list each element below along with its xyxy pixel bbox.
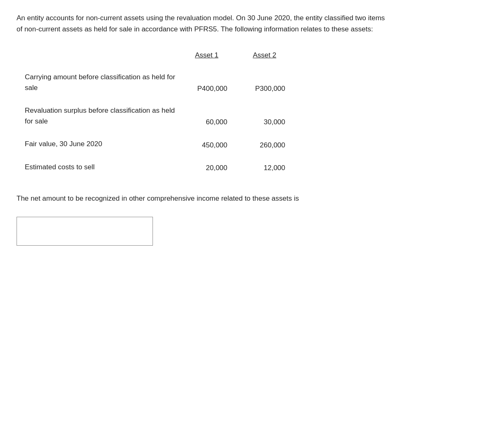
intro-paragraph: An entity accounts for non-current asset…: [17, 12, 389, 35]
table-row-revaluation-surplus: Revaluation surplus before classificatio…: [25, 105, 479, 126]
label-column-header: [25, 51, 178, 59]
carrying-amount-asset2: P300,000: [236, 85, 293, 93]
fair-value-asset1: 450,000: [178, 141, 236, 149]
table-row-carrying-amount: Carrying amount before classification as…: [25, 72, 479, 93]
table-row-fair-value: Fair value, 30 June 2020 450,000 260,000: [25, 139, 479, 149]
table-header-row: Asset 1 Asset 2: [25, 51, 479, 59]
data-table: Asset 1 Asset 2 Carrying amount before c…: [25, 51, 479, 172]
table-row-estimated-costs: Estimated costs to sell 20,000 12,000: [25, 162, 479, 173]
revaluation-surplus-label: Revaluation surplus before classificatio…: [25, 105, 178, 126]
answer-input-box[interactable]: [17, 217, 153, 246]
revaluation-surplus-asset1: 60,000: [178, 118, 236, 126]
estimated-costs-label: Estimated costs to sell: [25, 162, 178, 173]
fair-value-asset2: 260,000: [236, 141, 293, 149]
carrying-amount-label: Carrying amount before classification as…: [25, 72, 178, 93]
revaluation-surplus-asset2: 30,000: [236, 118, 293, 126]
conclusion-paragraph: The net amount to be recognized in other…: [17, 193, 389, 204]
carrying-amount-asset1: P400,000: [178, 85, 236, 93]
asset2-header: Asset 2: [236, 51, 293, 59]
fair-value-label: Fair value, 30 June 2020: [25, 139, 178, 149]
estimated-costs-asset1: 20,000: [178, 164, 236, 172]
estimated-costs-asset2: 12,000: [236, 164, 293, 172]
asset1-header: Asset 1: [178, 51, 236, 59]
